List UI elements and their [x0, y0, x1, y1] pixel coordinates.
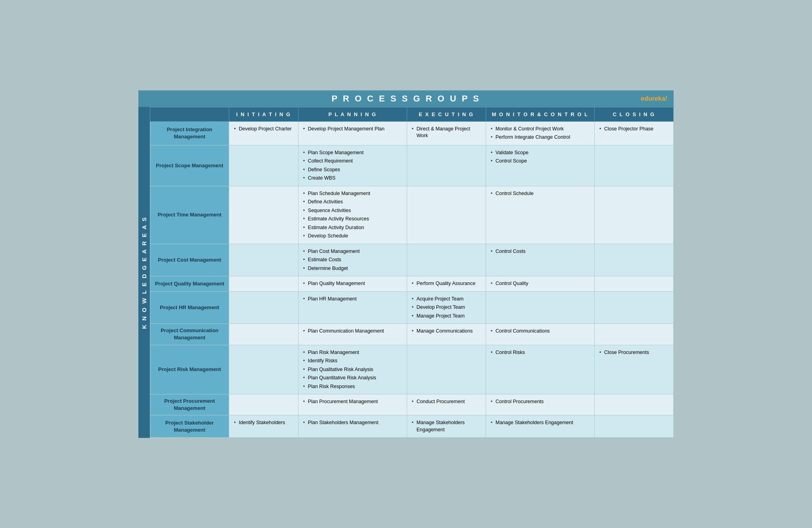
cell-executing	[407, 145, 486, 186]
col-header-executing: E X E C U T I N G	[407, 107, 486, 121]
row-header-cell: Project Quality Management	[150, 276, 229, 292]
cell-item: Develop Project Team	[411, 303, 482, 312]
cell-initiating: Develop Project Charter	[229, 121, 298, 145]
cell-item: Perform Quality Assurance	[411, 279, 482, 288]
cell-item: Control Risks	[490, 348, 590, 357]
cell-item: Plan Quantitative Risk Analysis	[303, 374, 403, 383]
table-row: Project Stakeholder ManagementIdentify S…	[150, 415, 674, 438]
cell-monitor: Control Communications	[486, 324, 594, 345]
row-header-cell: Project Integration Management	[150, 121, 229, 145]
cell-item: Plan Scope Management	[303, 149, 403, 157]
table-container: I N I T I A T I N G P L A N N I N G E X …	[150, 107, 674, 438]
main-content: K N O W L E D G E A R E A S I N I T I A …	[138, 107, 674, 438]
cell-item: Determine Budget	[303, 264, 403, 273]
cell-closing	[594, 276, 673, 292]
cell-closing: Close Procurements	[594, 345, 673, 394]
cell-item: Manage Project Team	[411, 312, 482, 321]
row-header-cell: Project HR Management	[150, 291, 229, 324]
col-header-initiating: I N I T I A T I N G	[229, 107, 298, 121]
cell-monitor: Monitor & Control Project WorkPerform In…	[486, 121, 594, 145]
cell-item: Acquire Project Team	[411, 295, 482, 304]
cell-monitor: Control Costs	[486, 244, 594, 276]
cell-closing	[594, 244, 673, 276]
cell-item: Create WBS	[303, 174, 403, 183]
cell-item: Plan Schedule Management	[303, 189, 403, 198]
row-header-cell: Project Time Management	[150, 186, 229, 244]
cell-planning: Plan Quality Management	[298, 276, 407, 292]
cell-monitor: Control Quality	[486, 276, 594, 292]
cell-item: Plan Qualitative Risk Analysis	[303, 365, 403, 374]
table-row: Project Quality ManagementPlan Quality M…	[150, 276, 674, 292]
col-header-monitor: M O N I T O R & C O N T R O L	[486, 107, 594, 121]
cell-initiating: Identify Stakeholders	[229, 415, 298, 438]
cell-initiating	[229, 244, 298, 276]
cell-monitor: Control Schedule	[486, 186, 594, 244]
cell-item: Validate Scope	[490, 149, 590, 157]
cell-item: Define Activities	[303, 198, 403, 207]
cell-executing: Conduct Procurement	[407, 394, 486, 415]
cell-executing: Acquire Project TeamDevelop Project Team…	[407, 291, 486, 324]
cell-executing: Manage Communications	[407, 324, 486, 345]
cell-initiating	[229, 145, 298, 186]
cell-item: Identify Stakeholders	[233, 419, 294, 427]
cell-item: Manage Communications	[411, 327, 482, 336]
cell-item: Manage Stakeholders Engagement	[490, 419, 590, 427]
cell-item: Direct & Manage Project Work	[411, 125, 482, 140]
cell-item: Sequence Activities	[303, 207, 403, 215]
cell-item: Manage Stakeholders Engagement	[411, 419, 482, 434]
brand-label: edureka!	[641, 95, 667, 102]
table-row: Project Risk ManagementPlan Risk Managem…	[150, 345, 674, 394]
cell-item: Monitor & Control Project Work	[490, 125, 590, 134]
cell-planning: Plan Procurement Management	[298, 394, 407, 415]
cell-initiating	[229, 276, 298, 292]
cell-item: Estimate Activity Duration	[303, 224, 403, 232]
cell-item: Identify Risks	[303, 357, 403, 365]
cell-item: Plan Risk Management	[303, 348, 403, 357]
cell-closing	[594, 324, 673, 345]
cell-planning: Plan Scope ManagementCollect Requirement…	[298, 145, 407, 186]
cell-item: Estimate Activity Resources	[303, 215, 403, 224]
cell-item: Develop Schedule	[303, 232, 403, 241]
cell-executing: Manage Stakeholders Engagement	[407, 415, 486, 438]
cell-item: Plan Communication Management	[303, 327, 403, 336]
cell-item: Collect Requirement	[303, 157, 403, 166]
outer-wrapper: P R O C E S S G R O U P S edureka! K N O…	[135, 87, 677, 441]
cell-planning: Plan Stakeholders Management	[298, 415, 407, 438]
header-row: I N I T I A T I N G P L A N N I N G E X …	[150, 107, 674, 121]
table-row: Project HR ManagementPlan HR ManagementA…	[150, 291, 674, 324]
cell-executing: Direct & Manage Project Work	[407, 121, 486, 145]
cell-item: Plan Stakeholders Management	[303, 419, 403, 427]
cell-item: Plan Quality Management	[303, 279, 403, 288]
cell-item: Plan HR Management	[303, 295, 403, 304]
cell-item: Develop Project Management Plan	[303, 125, 403, 134]
cell-closing	[594, 394, 673, 415]
cell-item: Plan Procurement Management	[303, 398, 403, 406]
cell-item: Control Communications	[490, 327, 590, 336]
cell-monitor: Manage Stakeholders Engagement	[486, 415, 594, 438]
cell-item: Close Projector Phase	[599, 125, 669, 134]
cell-planning: Develop Project Management Plan	[298, 121, 407, 145]
row-header-cell: Project Communication Management	[150, 324, 229, 345]
cell-initiating	[229, 394, 298, 415]
cell-closing	[594, 186, 673, 244]
header-blank	[150, 107, 229, 121]
table-row: Project Time ManagementPlan Schedule Man…	[150, 186, 674, 244]
row-header-cell: Project Stakeholder Management	[150, 415, 229, 438]
row-header-cell: Project Scope Management	[150, 145, 229, 186]
process-groups-table: I N I T I A T I N G P L A N N I N G E X …	[150, 107, 674, 438]
cell-item: Control Costs	[490, 247, 590, 256]
knowledge-areas-label: K N O W L E D G E A R E A S	[138, 107, 150, 438]
cell-initiating	[229, 324, 298, 345]
table-row: Project Integration ManagementDevelop Pr…	[150, 121, 674, 145]
cell-item: Plan Cost Management	[303, 247, 403, 256]
cell-closing: Close Projector Phase	[594, 121, 673, 145]
cell-item: Control Scope	[490, 157, 590, 166]
cell-executing	[407, 345, 486, 394]
cell-item: Develop Project Charter	[233, 125, 294, 134]
cell-monitor: Control Risks	[486, 345, 594, 394]
cell-item: Control Schedule	[490, 189, 590, 198]
cell-closing	[594, 145, 673, 186]
table-row: Project Scope ManagementPlan Scope Manag…	[150, 145, 674, 186]
title-bar: P R O C E S S G R O U P S edureka!	[138, 90, 674, 107]
cell-planning: Plan HR Management	[298, 291, 407, 324]
